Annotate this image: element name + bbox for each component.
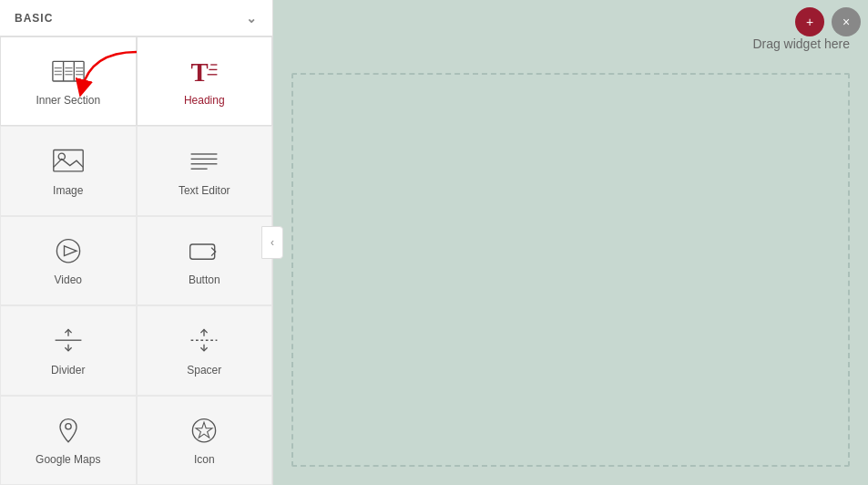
spacer-icon <box>188 325 220 356</box>
widget-text-editor[interactable]: Text Editor <box>137 126 273 215</box>
widget-button[interactable]: Button <box>137 216 273 305</box>
collapse-icon: ‹ <box>271 236 274 249</box>
section-title: BASIC <box>15 12 53 25</box>
widget-spacer[interactable]: Spacer <box>137 305 273 395</box>
drop-zone[interactable] <box>291 73 850 467</box>
svg-text:T: T <box>191 57 209 87</box>
text-editor-icon <box>188 145 220 176</box>
main-canvas: + × Drag widget here <box>273 0 868 485</box>
widget-video[interactable]: Video <box>0 216 137 305</box>
close-icon: × <box>842 15 850 29</box>
svg-rect-25 <box>190 244 215 259</box>
svg-marker-30 <box>196 422 212 438</box>
chevron-down-icon: ⌄ <box>246 11 258 26</box>
divider-label: Divider <box>51 364 85 377</box>
spacer-label: Spacer <box>187 364 221 377</box>
divider-icon <box>52 325 85 356</box>
close-button[interactable]: × <box>832 7 861 36</box>
svg-rect-17 <box>54 150 83 171</box>
image-icon <box>52 145 85 176</box>
inner-section-icon <box>52 56 85 87</box>
widget-divider[interactable]: Divider <box>0 305 137 395</box>
drag-hint: Drag widget here <box>752 36 850 51</box>
heading-icon: T <box>188 56 220 87</box>
widget-sidebar: BASIC ⌄ <box>0 0 273 485</box>
icon-widget-icon <box>188 415 220 446</box>
heading-label: Heading <box>184 94 225 107</box>
image-label: Image <box>53 184 83 197</box>
plus-icon: + <box>806 15 813 29</box>
text-editor-label: Text Editor <box>179 184 230 197</box>
google-maps-icon <box>52 415 85 446</box>
drag-hint-text: Drag widget here <box>752 36 850 51</box>
svg-point-28 <box>66 423 71 428</box>
button-icon <box>188 235 220 266</box>
icon-widget-label: Icon <box>194 453 215 466</box>
google-maps-label: Google Maps <box>36 453 100 466</box>
video-label: Video <box>55 273 82 286</box>
widget-icon[interactable]: Icon <box>137 396 273 485</box>
widget-heading[interactable]: T Heading <box>137 36 273 126</box>
button-label: Button <box>189 273 220 286</box>
inner-section-label: Inner Section <box>36 94 100 107</box>
widget-inner-section[interactable]: Inner Section <box>0 36 137 126</box>
widget-google-maps[interactable]: Google Maps <box>0 396 137 485</box>
sidebar-header: BASIC ⌄ <box>0 0 272 36</box>
widget-grid: Inner Section T Heading <box>0 36 272 485</box>
video-icon <box>52 235 85 266</box>
widget-image[interactable]: Image <box>0 126 137 215</box>
sidebar-collapse-button[interactable]: ‹ <box>261 226 283 259</box>
add-section-button[interactable]: + <box>795 7 824 36</box>
svg-marker-24 <box>64 246 77 256</box>
